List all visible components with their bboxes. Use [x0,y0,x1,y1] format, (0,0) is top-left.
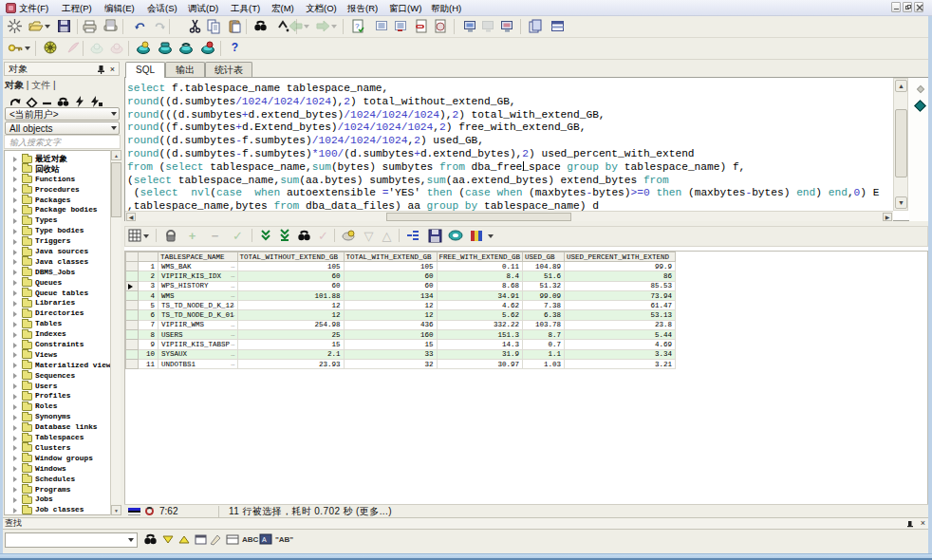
svg-text:A: A [262,536,267,543]
svg-text:?: ? [355,22,360,30]
